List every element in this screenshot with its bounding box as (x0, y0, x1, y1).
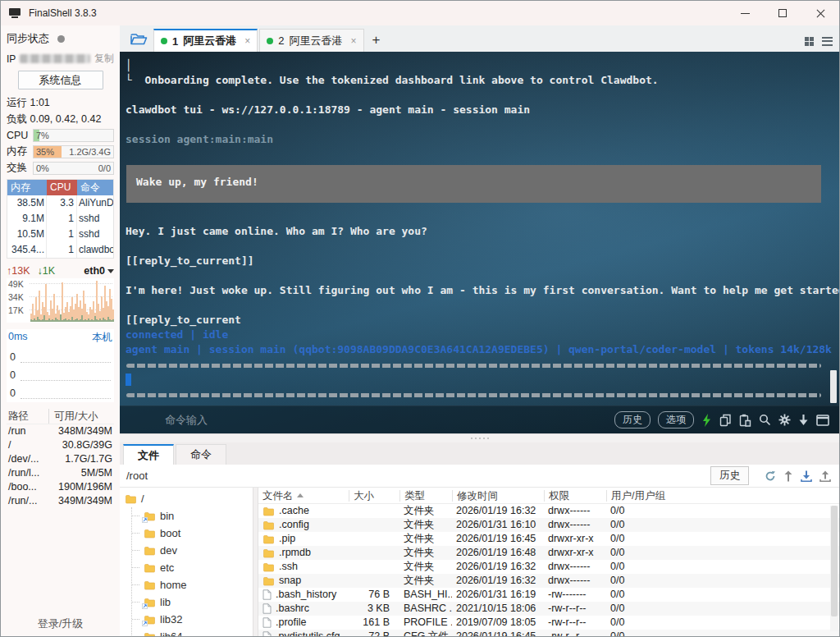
col-perm[interactable]: 权限 (544, 490, 606, 502)
file-row-.config[interactable]: .config文件夹2026/01/31 16:10drwx------0/0 (258, 518, 839, 532)
disk-row[interactable]: /run/...349M/349M (7, 494, 114, 508)
command-input[interactable]: 命令输入 (165, 413, 208, 428)
process-col-mem[interactable]: 内存 (7, 180, 47, 195)
mem-bar: 35% 1.2G/3.4G (33, 145, 114, 158)
process-col-cmd[interactable]: 命令 (77, 180, 113, 195)
tab-1-close-icon[interactable]: × (244, 35, 250, 47)
minimize-button[interactable] (726, 1, 764, 25)
path-history-button[interactable]: 历史 (710, 466, 749, 485)
download-file-icon[interactable] (801, 470, 812, 482)
options-button[interactable]: 选项 (658, 411, 694, 428)
col-mtime[interactable]: 修改时间 (452, 490, 544, 502)
process-row[interactable]: 345.4...1clawdbo (7, 242, 113, 258)
sync-status-label: 同步状态 (7, 31, 49, 46)
disk-table[interactable]: 路径 可用/大小 /run348M/349M/30.8G/39G/dev/...… (7, 409, 114, 508)
file-list-scrollbar[interactable] (830, 506, 838, 631)
ping-host-link[interactable]: 本机 (92, 331, 112, 345)
search-icon[interactable] (759, 414, 771, 426)
col-type[interactable]: 类型 (399, 490, 452, 502)
col-size[interactable]: 大小 (349, 490, 399, 502)
file-row-.rpmdb[interactable]: .rpmdb文件夹2026/01/19 16:48drwxr-xr-x0/0 (258, 546, 839, 560)
window-title: FinalShell 3.8.3 (29, 7, 97, 19)
tab-list-icon[interactable] (822, 37, 833, 46)
tree-item-lib32[interactable]: lib32 (132, 611, 253, 628)
system-info-button[interactable]: 系统信息 (18, 71, 103, 89)
process-row[interactable]: 38.5M3.3AliYunDu (7, 195, 113, 211)
terminal[interactable]: │ └ Onboarding complete. Use the tokeniz… (120, 52, 839, 433)
file-row-.pip[interactable]: .pip文件夹2026/01/19 16:45drwxr-xr-x0/0 (258, 532, 839, 546)
folder-icon (144, 563, 156, 573)
download-arrow-icon[interactable] (798, 414, 809, 426)
tree-item-home[interactable]: home (132, 576, 253, 593)
swap-label: 交换 (7, 161, 30, 175)
tree-item-lib[interactable]: lib (132, 593, 253, 611)
tree-root[interactable]: / (125, 490, 253, 507)
tab-session-2[interactable]: 2 阿里云香港 × (259, 29, 363, 52)
tab-session-1[interactable]: 1 阿里云香港 × (153, 29, 258, 52)
up-directory-icon[interactable] (783, 470, 793, 482)
ping-latency: 0ms (8, 331, 28, 345)
file-row-.ssh[interactable]: .ssh文件夹2026/01/19 16:32drwx------0/0 (258, 560, 839, 574)
finalshell-window: FinalShell 3.8.3 同步状态 IP 复制 系统信息 运行 1:01… (0, 0, 840, 637)
interface-selector[interactable]: eth0 (84, 265, 114, 277)
tab-2-close-icon[interactable]: × (350, 35, 356, 47)
disk-row[interactable]: /boo...190M/196M (7, 480, 114, 494)
layout-grid-icon[interactable] (805, 37, 814, 46)
horizontal-splitter[interactable] (120, 433, 839, 442)
terminal-line: │ (126, 58, 839, 73)
file-row-.profile[interactable]: .profile161 BPROFILE ...2019/07/09 18:05… (258, 616, 839, 630)
tree-item-dev[interactable]: dev (132, 542, 253, 559)
tree-item-boot[interactable]: boot (132, 525, 253, 542)
close-button[interactable] (801, 1, 839, 25)
terminal-line: session agent:main:main (126, 132, 839, 147)
tab-commands[interactable]: 命令 (176, 444, 226, 465)
copy-ip-button[interactable]: 复制 (94, 52, 114, 66)
process-row[interactable]: 9.1M1sshd (7, 211, 113, 227)
login-upgrade-link[interactable]: 登录/升级 (1, 616, 120, 631)
file-row-.cache[interactable]: .cache文件夹2026/01/19 16:32drwx------0/0 (258, 504, 839, 518)
cpu-bar: 7% (33, 129, 114, 142)
command-input-bar[interactable]: 命令输入 历史 选项 (120, 406, 839, 433)
tree-item-etc[interactable]: etc (132, 559, 253, 576)
disk-row[interactable]: /run/l...5M/5M (7, 466, 114, 480)
terminal-status-line: connected | idle (126, 328, 839, 342)
settings-gear-icon[interactable] (778, 414, 791, 426)
directory-tree[interactable]: / binbootdevetchomeliblib32lib64 (120, 488, 253, 636)
connection-manager-button[interactable] (124, 28, 153, 50)
folder-icon (262, 520, 275, 530)
process-col-cpu[interactable]: CPU (47, 180, 77, 195)
new-tab-button[interactable]: + (366, 29, 387, 52)
tab-files[interactable]: 文件 (123, 444, 174, 465)
process-table[interactable]: 内存 CPU 命令 38.5M3.3AliYunDu9.1M1sshd10.5M… (7, 179, 114, 259)
new-window-icon[interactable] (816, 415, 829, 426)
tree-item-bin[interactable]: bin (132, 507, 253, 525)
file-list-header: 文件名 大小 类型 修改时间 权限 用户/用户组 (258, 488, 839, 504)
quick-command-icon[interactable] (701, 414, 712, 427)
folder-icon (262, 576, 275, 586)
col-owner[interactable]: 用户/用户组 (606, 490, 839, 502)
disk-row[interactable]: /run348M/349M (7, 424, 114, 438)
process-row[interactable]: 10.5M1sshd (7, 227, 113, 242)
mem-value: 1.2G/3.4G (69, 147, 111, 157)
upload-file-icon[interactable] (819, 470, 831, 482)
disk-col-path[interactable]: 路径 (7, 409, 49, 424)
paste-icon[interactable] (739, 414, 751, 427)
tab-1-number: 1 (172, 35, 178, 48)
file-row-snap[interactable]: snap文件夹2026/01/19 16:32drwx------0/0 (258, 574, 839, 588)
disk-col-size[interactable]: 可用/大小 (49, 409, 114, 424)
file-row-.pydistutils.cfg[interactable]: .pydistutils.cfg72 BCFG 文件2026/01/19 16:… (258, 630, 839, 636)
maximize-button[interactable] (764, 1, 801, 25)
disk-row[interactable]: /30.8G/39G (7, 438, 114, 452)
file-row-.bash_history[interactable]: .bash_history76 BBASH_HI...2026/01/31 16… (258, 588, 839, 602)
terminal-scrollbar[interactable] (830, 370, 837, 403)
history-button[interactable]: 历史 (614, 411, 651, 428)
tree-item-lib64[interactable]: lib64 (132, 628, 253, 636)
col-filename[interactable]: 文件名 (258, 490, 349, 502)
refresh-icon[interactable] (765, 470, 776, 482)
file-row-.bashrc[interactable]: .bashrc3 KBBASHRC ...2021/10/15 18:06-rw… (258, 602, 839, 616)
path-input[interactable]: /root (126, 470, 710, 482)
folder-icon (144, 546, 156, 556)
vertical-splitter[interactable] (253, 488, 258, 636)
copy-icon[interactable] (719, 414, 732, 427)
disk-row[interactable]: /dev/...1.7G/1.7G (7, 452, 114, 466)
